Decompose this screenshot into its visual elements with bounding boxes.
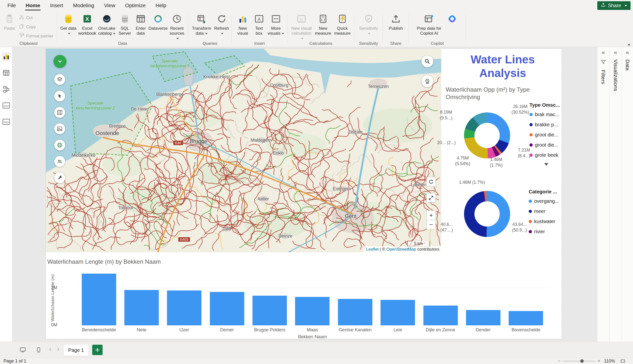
bar-gentse-kanalen[interactable] bbox=[338, 299, 372, 325]
new-visual-calculation-button[interactable]: fx New visual calculation bbox=[290, 12, 313, 41]
expand-filters-icon[interactable]: « bbox=[601, 50, 605, 56]
transform-data-button[interactable]: Transform data bbox=[190, 12, 213, 36]
legend-item[interactable]: brak mac... bbox=[529, 110, 562, 120]
menu-item-file[interactable]: File bbox=[3, 0, 21, 11]
refresh-button[interactable]: Refresh bbox=[213, 12, 230, 36]
layers-icon[interactable] bbox=[54, 74, 65, 85]
sensitivity-button[interactable]: Sensitivity bbox=[357, 12, 380, 36]
fit-to-page-icon[interactable] bbox=[620, 358, 625, 364]
map-refresh-button[interactable] bbox=[426, 177, 436, 186]
legend-scroll-down-icon[interactable] bbox=[544, 163, 548, 166]
legend-item[interactable]: groot die... bbox=[529, 140, 562, 150]
new-measure-button[interactable]: New measure bbox=[313, 12, 333, 36]
bar-dijle-en-zenne[interactable] bbox=[423, 306, 458, 325]
share-button[interactable]: Share bbox=[597, 1, 630, 10]
next-page-button[interactable]: › bbox=[57, 345, 59, 353]
dax-query-view-button[interactable]: DAX bbox=[2, 101, 11, 110]
page-tab-page1[interactable]: Page 1 bbox=[63, 344, 89, 356]
paste-button[interactable]: Paste bbox=[3, 12, 16, 31]
openstreetmap-link[interactable]: OpenStreetMap bbox=[386, 247, 416, 252]
onelake-catalog-button[interactable]: OneLake catalog bbox=[97, 12, 117, 36]
menu-item-view[interactable]: View bbox=[99, 0, 120, 11]
add-page-button[interactable]: + bbox=[92, 345, 103, 355]
image-icon[interactable] bbox=[54, 123, 65, 134]
quick-measure-button[interactable]: Quick measure bbox=[333, 12, 352, 36]
legend-item[interactable]: groot die... bbox=[529, 130, 562, 140]
expand-visualizations-icon[interactable]: « bbox=[614, 50, 617, 56]
tools-icon[interactable] bbox=[54, 172, 65, 183]
donut-chart-categorie[interactable] bbox=[464, 191, 510, 237]
globe-icon[interactable] bbox=[54, 140, 65, 150]
zoom-slider-track[interactable] bbox=[563, 361, 595, 362]
expand-data-icon[interactable]: « bbox=[626, 50, 629, 56]
bar-dender[interactable] bbox=[466, 310, 500, 325]
collapse-ribbon-button[interactable] bbox=[627, 44, 630, 45]
visualizations-pane-label[interactable]: Visualizations bbox=[613, 60, 619, 91]
locate-icon[interactable] bbox=[421, 75, 433, 87]
report-page[interactable]: OostendeBruggeGentKnokke-HeistBlankenber… bbox=[46, 48, 562, 339]
table-view-button[interactable] bbox=[2, 68, 11, 77]
cut-button[interactable]: Cut bbox=[18, 14, 54, 21]
legend-item[interactable]: grote beek bbox=[529, 150, 562, 160]
zoom-out-button[interactable]: − bbox=[558, 358, 561, 364]
format-painter-button[interactable]: Format painter bbox=[18, 32, 54, 39]
bar-ijzer[interactable] bbox=[167, 290, 201, 325]
more-visuals-button[interactable]: More visuals bbox=[267, 12, 285, 36]
bar-maas[interactable] bbox=[295, 297, 330, 325]
sql-server-button[interactable]: SQL Server bbox=[117, 12, 133, 36]
dataverse-button[interactable]: Dataverse bbox=[148, 12, 168, 31]
zoom-in-button[interactable]: + bbox=[597, 358, 600, 364]
enter-data-button[interactable]: Enter data bbox=[133, 12, 148, 36]
bar-leie[interactable] bbox=[381, 300, 415, 325]
filters-pane-collapsed[interactable]: « Filters bbox=[597, 47, 609, 342]
bar-bovenschelde[interactable] bbox=[509, 311, 543, 326]
menu-item-optimize[interactable]: Optimize bbox=[120, 0, 151, 11]
visualizations-pane-collapsed[interactable]: « Visualizations bbox=[609, 47, 621, 342]
people-icon[interactable] bbox=[54, 156, 65, 167]
select-tool-icon[interactable] bbox=[54, 91, 65, 102]
copilot-logo-button[interactable] bbox=[444, 12, 460, 25]
legend-item[interactable]: kustwater bbox=[529, 216, 562, 226]
bar-brugse-polders[interactable] bbox=[252, 296, 287, 325]
chevron-down-icon bbox=[301, 38, 303, 39]
map-zoom-in-button[interactable]: + bbox=[426, 210, 436, 220]
data-pane-label[interactable]: Data bbox=[624, 60, 630, 70]
menu-item-modeling[interactable]: Modeling bbox=[68, 0, 99, 11]
donut-chart-type-omschrijving[interactable] bbox=[464, 112, 510, 158]
map-menu-button[interactable] bbox=[54, 55, 66, 68]
new-visual-button[interactable]: New visual bbox=[234, 12, 251, 36]
previous-page-button[interactable]: ‹ bbox=[49, 345, 51, 353]
basemap-icon[interactable] bbox=[54, 107, 65, 118]
bar-nete[interactable] bbox=[124, 290, 159, 325]
search-icon[interactable] bbox=[421, 56, 433, 67]
bar-benedenschelde[interactable] bbox=[82, 274, 116, 325]
report-view-button[interactable] bbox=[2, 52, 11, 61]
data-pane-collapsed[interactable]: « Data bbox=[621, 47, 633, 342]
leaflet-link[interactable]: Leaflet bbox=[366, 247, 379, 252]
map-fullscreen-button[interactable] bbox=[426, 193, 436, 202]
bar-demer[interactable] bbox=[210, 292, 244, 325]
legend-item[interactable]: overgang... bbox=[529, 196, 562, 206]
publish-button[interactable]: Publish bbox=[387, 12, 405, 31]
filters-pane-label[interactable]: Filters bbox=[600, 70, 606, 84]
mobile-layout-button[interactable] bbox=[34, 346, 43, 354]
map-zoom-out-button[interactable]: − bbox=[426, 220, 436, 229]
legend-item[interactable]: meer bbox=[529, 206, 562, 216]
excel-workbook-button[interactable]: X Excel workbook bbox=[78, 12, 97, 36]
model-view-button[interactable] bbox=[2, 85, 11, 94]
legend-item[interactable]: brakke p... bbox=[529, 120, 562, 130]
recent-sources-button[interactable]: Recent sources bbox=[168, 12, 186, 41]
get-data-button[interactable]: Get data bbox=[59, 12, 78, 36]
legend-item[interactable]: rivier bbox=[529, 226, 562, 237]
copy-button[interactable]: Copy bbox=[18, 23, 54, 30]
zoom-slider-handle[interactable] bbox=[580, 359, 584, 363]
map-visual[interactable]: OostendeBruggeGentKnokke-HeistBlankenber… bbox=[46, 49, 441, 252]
menu-item-insert[interactable]: Insert bbox=[45, 0, 68, 11]
desktop-layout-button[interactable] bbox=[18, 346, 27, 354]
menu-item-home[interactable]: Home bbox=[21, 0, 45, 11]
menu-item-help[interactable]: Help bbox=[151, 0, 171, 11]
tmdl-view-button[interactable]: TMDL bbox=[2, 117, 11, 126]
prep-data-copilot-button[interactable]: Prep data for Copilot AI bbox=[414, 12, 444, 36]
donut2-legend: Categorie ... overgang...meerkustwaterri… bbox=[529, 189, 562, 237]
text-box-button[interactable]: A Text box bbox=[251, 12, 267, 36]
